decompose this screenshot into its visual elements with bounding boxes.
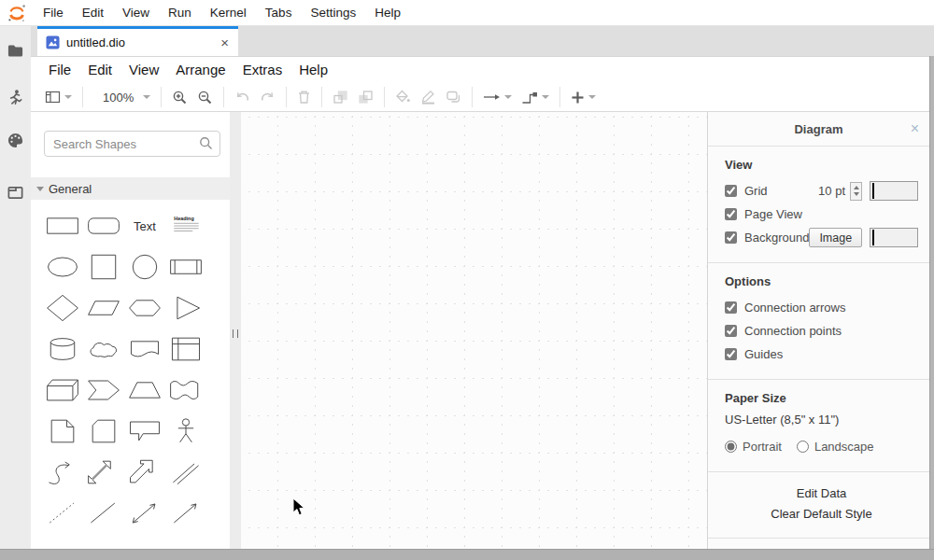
shape-step[interactable] — [83, 370, 124, 411]
paper-size-select[interactable]: US-Letter (8,5" x 11") — [725, 413, 918, 427]
paper-size-heading: Paper Size — [725, 391, 918, 405]
shape-dashed-line[interactable] — [42, 493, 83, 534]
image-button[interactable]: Image — [809, 228, 862, 247]
delete-button[interactable] — [292, 85, 316, 109]
shape-square[interactable] — [83, 246, 124, 287]
shape-line[interactable] — [83, 493, 124, 534]
chevron-down-icon — [143, 95, 150, 99]
dio-menu-view[interactable]: View — [120, 57, 167, 83]
dio-menu-arrange[interactable]: Arrange — [167, 57, 234, 83]
command-palette-icon[interactable] — [7, 131, 25, 149]
background-color-button[interactable] — [870, 228, 918, 247]
diagram-canvas[interactable] — [241, 112, 707, 550]
fill-color-button[interactable] — [390, 85, 416, 109]
open-tabs-icon[interactable] — [7, 183, 25, 202]
jl-menu-run[interactable]: Run — [159, 0, 201, 25]
drawio-menubar: File Edit View Arrange Extras Help — [31, 57, 934, 83]
jl-menu-help[interactable]: Help — [365, 0, 410, 25]
shape-text[interactable]: Text — [124, 205, 165, 246]
jl-menu-kernel[interactable]: Kernel — [201, 0, 256, 25]
close-icon[interactable]: × — [911, 120, 919, 137]
shape-trapezoid[interactable] — [124, 370, 165, 411]
landscape-radio[interactable] — [797, 441, 809, 453]
zoom-in-button[interactable] — [167, 85, 192, 109]
shape-note[interactable] — [42, 411, 83, 452]
shape-textbox[interactable]: Heading — [165, 205, 206, 246]
jl-menu-view[interactable]: View — [113, 0, 159, 25]
running-sessions-icon[interactable] — [7, 88, 25, 106]
shape-cube[interactable] — [42, 370, 83, 411]
jl-menu-tabs[interactable]: Tabs — [256, 0, 302, 25]
search-shapes-input[interactable] — [44, 131, 220, 157]
shape-circle[interactable] — [124, 246, 165, 287]
grid-checkbox[interactable] — [725, 185, 737, 197]
shape-callout[interactable] — [124, 411, 165, 452]
jupyterlab-menubar: File Edit View Run Kernel Tabs Settings … — [0, 0, 934, 26]
shape-ellipse[interactable] — [42, 246, 83, 287]
grid-size-value: 10 pt — [818, 184, 845, 198]
redo-button[interactable] — [255, 85, 280, 109]
shape-rounded-rectangle[interactable] — [83, 205, 124, 246]
zoom-out-button[interactable] — [192, 85, 218, 109]
chevron-down-icon — [36, 187, 44, 191]
toggle-format-panel-button[interactable] — [40, 85, 77, 109]
view-section: View Grid 10 pt Page View Background — [708, 147, 929, 263]
connection-style-button[interactable] — [478, 85, 517, 109]
guides-checkbox[interactable] — [725, 348, 737, 360]
dio-menu-edit[interactable]: Edit — [79, 57, 120, 83]
drawio-app: File Edit View Arrange Extras Help 100% — [31, 56, 934, 549]
portrait-radio[interactable] — [725, 441, 737, 453]
shape-rectangle[interactable] — [42, 205, 83, 246]
jl-menu-file[interactable]: File — [34, 0, 73, 25]
portrait-label: Portrait — [743, 440, 782, 454]
tab-close-icon[interactable]: × — [220, 35, 229, 49]
shape-cylinder[interactable] — [42, 329, 83, 370]
shapes-sidebar: General TextHeading — [31, 112, 230, 548]
shape-hexagon[interactable] — [124, 287, 165, 329]
chevron-down-icon — [542, 95, 549, 99]
shape-actor[interactable] — [165, 411, 206, 452]
shadow-button[interactable] — [441, 85, 466, 109]
shape-diamond[interactable] — [42, 287, 83, 329]
background-checkbox[interactable] — [725, 231, 737, 244]
dio-menu-extras[interactable]: Extras — [234, 57, 291, 83]
shape-directional-connector[interactable] — [165, 493, 206, 534]
shape-process[interactable] — [165, 246, 206, 287]
grid-color-button[interactable] — [870, 181, 918, 201]
sidebar-splitter[interactable] — [230, 112, 241, 550]
shape-internal-storage[interactable] — [165, 329, 206, 370]
dio-menu-help[interactable]: Help — [290, 57, 336, 83]
zoom-dropdown-button[interactable]: 100% — [89, 85, 155, 109]
section-general[interactable]: General — [31, 177, 230, 200]
undo-button[interactable] — [230, 85, 255, 109]
shape-card[interactable] — [83, 411, 124, 452]
waypoint-style-button[interactable] — [517, 85, 554, 109]
connection-arrows-checkbox[interactable] — [725, 301, 737, 314]
file-browser-icon[interactable] — [7, 41, 25, 60]
connection-points-checkbox[interactable] — [725, 325, 737, 337]
shape-parallelogram[interactable] — [83, 287, 124, 329]
jl-menu-edit[interactable]: Edit — [73, 0, 113, 25]
grid-size-stepper[interactable] — [850, 182, 862, 201]
to-back-button[interactable] — [353, 85, 378, 109]
tab-untitled-dio[interactable]: untitled.dio × — [37, 26, 238, 56]
actions-section: Edit Data Clear Default Style — [708, 472, 929, 539]
to-front-button[interactable] — [328, 85, 353, 109]
shape-document[interactable] — [124, 329, 165, 370]
jl-menu-settings[interactable]: Settings — [301, 0, 365, 25]
page-view-checkbox[interactable] — [725, 208, 737, 220]
shape-cloud[interactable] — [83, 329, 124, 370]
shape-bidirectional-arrow[interactable] — [83, 452, 124, 493]
clear-default-style-button[interactable]: Clear Default Style — [725, 504, 918, 525]
shape-tape[interactable] — [165, 370, 206, 411]
edit-data-button[interactable]: Edit Data — [725, 483, 918, 504]
splitter-handle-icon — [233, 329, 238, 338]
shape-curve[interactable] — [42, 452, 83, 493]
line-color-button[interactable] — [416, 85, 441, 109]
insert-button[interactable] — [566, 85, 601, 109]
shape-triangle[interactable] — [165, 287, 206, 329]
shape-bidirectional-connector[interactable] — [124, 493, 165, 534]
shape-link[interactable] — [165, 452, 206, 493]
shape-arrow[interactable] — [124, 452, 165, 493]
dio-menu-file[interactable]: File — [40, 57, 79, 83]
